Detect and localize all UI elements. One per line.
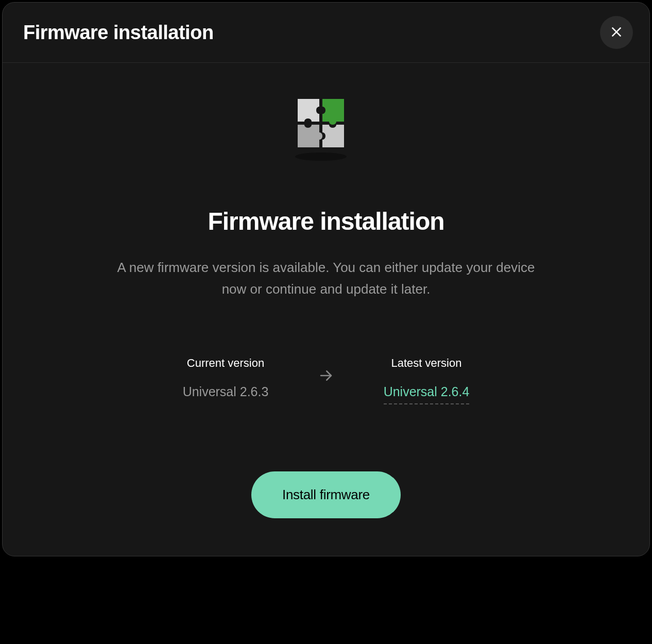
- current-version-block: Current version Universal 2.6.3: [174, 357, 277, 399]
- install-firmware-button[interactable]: Install firmware: [251, 471, 401, 518]
- svg-point-2: [295, 152, 347, 161]
- puzzle-icon: [287, 94, 365, 166]
- current-version-value: Universal 2.6.3: [183, 384, 269, 399]
- latest-version-block: Latest version Universal 2.6.4: [375, 357, 478, 404]
- content-title: Firmware installation: [208, 207, 444, 235]
- latest-version-label: Latest version: [391, 357, 462, 370]
- firmware-install-modal: Firmware installation: [2, 2, 650, 556]
- modal-header: Firmware installation: [3, 3, 649, 63]
- close-button[interactable]: [600, 16, 633, 49]
- close-icon: [610, 25, 623, 40]
- version-comparison: Current version Universal 2.6.3 Latest v…: [64, 357, 588, 404]
- arrow-right-icon: [318, 368, 334, 383]
- modal-content: Firmware installation A new firmware ver…: [3, 63, 649, 556]
- modal-header-title: Firmware installation: [23, 22, 214, 44]
- content-description: A new firmware version is available. You…: [115, 257, 537, 300]
- current-version-label: Current version: [187, 357, 264, 370]
- latest-version-value[interactable]: Universal 2.6.4: [384, 384, 470, 404]
